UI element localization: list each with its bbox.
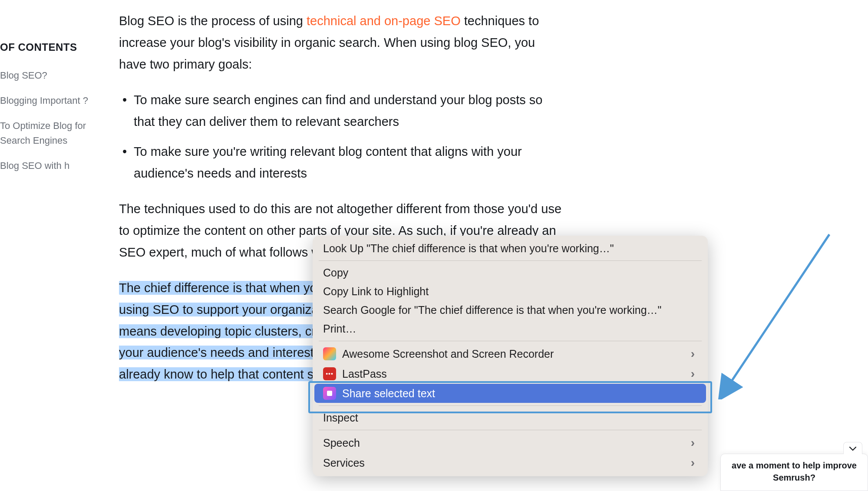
paragraph: Blog SEO is the process of using technic…: [119, 10, 562, 76]
chevron-right-icon: ›: [691, 456, 695, 470]
menu-item-label: Look Up "The chief difference is that wh…: [323, 242, 697, 255]
menu-item-inspect[interactable]: Inspect: [313, 409, 708, 427]
menu-item-share-selected[interactable]: Share selected text: [313, 384, 708, 403]
annotation-arrow: [716, 230, 834, 399]
awesome-screenshot-icon: [323, 347, 336, 360]
menu-item-label: Copy: [323, 267, 697, 279]
svg-line-0: [725, 234, 829, 391]
menu-item-label: Awesome Screenshot and Screen Recorder: [342, 348, 691, 360]
menu-divider: [319, 341, 702, 341]
menu-item-lastpass[interactable]: LastPass ›: [313, 364, 708, 384]
menu-item-label: Search Google for "The chief difference …: [323, 304, 697, 316]
context-menu: Look Up "The chief difference is that wh…: [313, 236, 708, 476]
list-item: To make sure you're writing relevant blo…: [119, 141, 562, 185]
feedback-widget: ave a moment to help improve Semrush?: [720, 454, 868, 491]
menu-item-label: Services: [323, 457, 691, 469]
menu-item-awesome-screenshot[interactable]: Awesome Screenshot and Screen Recorder ›: [313, 344, 708, 364]
bullet-list: To make sure search engines can find and…: [119, 89, 562, 185]
menu-item-search-google[interactable]: Search Google for "The chief difference …: [313, 301, 708, 320]
menu-item-print[interactable]: Print…: [313, 320, 708, 338]
menu-divider: [319, 260, 702, 261]
feedback-toggle[interactable]: [843, 442, 862, 454]
table-of-contents: OF CONTENTS Blog SEO? Blogging Important…: [0, 41, 96, 184]
lastpass-icon: [323, 367, 336, 380]
toc-item[interactable]: Blog SEO with h: [0, 158, 96, 173]
chevron-right-icon: ›: [691, 367, 695, 381]
menu-item-label: LastPass: [342, 368, 691, 380]
menu-item-label: Share selected text: [342, 387, 697, 400]
toc-item[interactable]: Blog SEO?: [0, 68, 96, 83]
menu-item-label: Speech: [323, 437, 691, 449]
toc-title: OF CONTENTS: [0, 41, 96, 53]
menu-item-label: Copy Link to Highlight: [323, 285, 697, 298]
menu-item-speech[interactable]: Speech ›: [313, 433, 708, 453]
menu-item-copy-link[interactable]: Copy Link to Highlight: [313, 282, 708, 301]
inline-link-technical-seo[interactable]: technical and on-page SEO: [307, 14, 461, 28]
toc-item[interactable]: To Optimize Blog for Search Engines: [0, 119, 96, 148]
menu-item-label: Inspect: [323, 412, 697, 424]
share-icon: [323, 387, 336, 400]
menu-item-services[interactable]: Services ›: [313, 453, 708, 473]
menu-divider: [319, 405, 702, 406]
feedback-text: ave a moment to help improve Semrush?: [729, 459, 860, 484]
toc-item[interactable]: Blogging Important ?: [0, 93, 96, 108]
chevron-right-icon: ›: [691, 436, 695, 450]
chevron-right-icon: ›: [691, 347, 695, 361]
menu-item-copy[interactable]: Copy: [313, 264, 708, 282]
chevron-down-icon: [849, 446, 857, 451]
list-item: To make sure search engines can find and…: [119, 89, 562, 133]
menu-item-lookup[interactable]: Look Up "The chief difference is that wh…: [313, 239, 708, 258]
text: Blog SEO is the process of using: [119, 14, 307, 28]
menu-item-label: Print…: [323, 323, 697, 335]
menu-divider: [319, 430, 702, 430]
